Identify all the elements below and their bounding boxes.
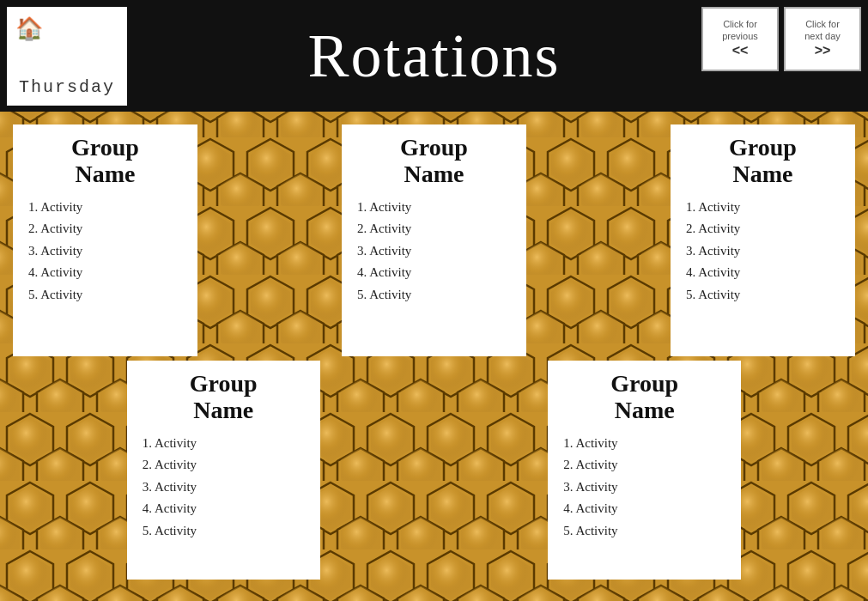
list-item: 3. Activity xyxy=(28,240,182,263)
group-name-bottom-right: GroupName xyxy=(563,371,725,424)
activity-list-top-right: 1. Activity 2. Activity 3. Activity 4. A… xyxy=(686,197,840,307)
list-item: 1. Activity xyxy=(28,197,182,219)
list-item: 4. Activity xyxy=(28,262,182,284)
group-card-top-center: GroupName 1. Activity 2. Activity 3. Act… xyxy=(342,124,526,356)
group-name-top-right: GroupName xyxy=(686,135,840,188)
list-item: 2. Activity xyxy=(28,218,182,240)
next-label: Click fornext day xyxy=(804,18,841,43)
activity-list-bottom-left: 1. Activity 2. Activity 3. Activity 4. A… xyxy=(143,433,305,543)
group-card-bottom-right: GroupName 1. Activity 2. Activity 3. Act… xyxy=(548,361,741,580)
activity-list-top-center: 1. Activity 2. Activity 3. Activity 4. A… xyxy=(357,197,511,307)
nav-buttons: Click forprevious << Click fornext day >… xyxy=(701,7,861,71)
list-item: 5. Activity xyxy=(28,284,182,307)
list-item: 1. Activity xyxy=(143,433,305,455)
activity-list-bottom-right: 1. Activity 2. Activity 3. Activity 4. A… xyxy=(563,433,725,543)
prev-arrow: << xyxy=(732,42,749,60)
list-item: 1. Activity xyxy=(357,197,511,219)
list-item: 3. Activity xyxy=(357,240,511,263)
next-day-button[interactable]: Click fornext day >> xyxy=(784,7,861,71)
list-item: 1. Activity xyxy=(686,197,840,219)
group-card-top-right: GroupName 1. Activity 2. Activity 3. Act… xyxy=(671,124,855,356)
list-item: 5. Activity xyxy=(143,520,305,543)
prev-label: Click forprevious xyxy=(722,18,758,43)
page-title: Rotations xyxy=(307,21,560,92)
day-box: 🏠 Thursday xyxy=(7,7,127,106)
activity-list-top-left: 1. Activity 2. Activity 3. Activity 4. A… xyxy=(28,197,182,307)
list-item: 2. Activity xyxy=(563,454,725,477)
top-row: GroupName 1. Activity 2. Activity 3. Act… xyxy=(13,124,855,356)
list-item: 5. Activity xyxy=(686,284,840,307)
next-arrow: >> xyxy=(815,42,831,60)
list-item: 4. Activity xyxy=(563,498,725,520)
list-item: 2. Activity xyxy=(357,218,511,240)
list-item: 2. Activity xyxy=(686,218,840,240)
list-item: 4. Activity xyxy=(686,262,840,284)
group-name-bottom-left: GroupName xyxy=(143,371,305,424)
list-item: 1. Activity xyxy=(563,433,725,455)
group-name-top-left: GroupName xyxy=(28,135,182,188)
list-item: 3. Activity xyxy=(686,240,840,263)
list-item: 4. Activity xyxy=(357,262,511,284)
list-item: 5. Activity xyxy=(357,284,511,307)
group-card-top-left: GroupName 1. Activity 2. Activity 3. Act… xyxy=(13,124,197,356)
home-icon: 🏠 xyxy=(15,15,43,42)
group-card-bottom-left: GroupName 1. Activity 2. Activity 3. Act… xyxy=(127,361,320,580)
prev-day-button[interactable]: Click forprevious << xyxy=(701,7,779,71)
list-item: 2. Activity xyxy=(143,454,305,477)
list-item: 4. Activity xyxy=(143,498,305,520)
cards-container: GroupName 1. Activity 2. Activity 3. Act… xyxy=(0,112,868,601)
list-item: 3. Activity xyxy=(143,477,305,499)
day-label: Thursday xyxy=(19,77,115,97)
group-name-top-center: GroupName xyxy=(357,135,511,188)
list-item: 3. Activity xyxy=(563,477,725,499)
bottom-row: GroupName 1. Activity 2. Activity 3. Act… xyxy=(13,361,855,580)
list-item: 5. Activity xyxy=(563,520,725,543)
